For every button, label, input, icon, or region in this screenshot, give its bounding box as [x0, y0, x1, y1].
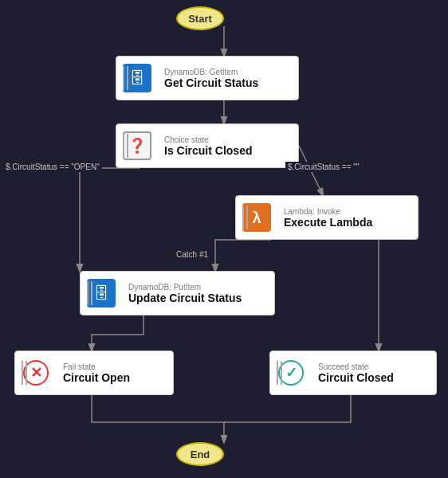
start-label: Start	[188, 13, 212, 25]
choice-text: Choice state Is Circuit Closed	[158, 124, 298, 167]
lambda-parallel-bar	[236, 196, 253, 239]
dynamo-put-text: DynamoDB: PutItem Update Circuit Status	[122, 272, 274, 315]
succeed-parallel-bar	[270, 351, 288, 394]
succeed-text: Succeed state Circuit Closed	[312, 351, 436, 394]
fail-text: Fail state Circuit Open	[57, 351, 173, 394]
dynamo-get-box: 🗄 DynamoDB: GetItem Get Circuit Status	[116, 56, 299, 100]
start-node: Start	[176, 6, 224, 30]
parallel-bar	[116, 57, 134, 100]
dynamo-get-text: DynamoDB: GetItem Get Circuit Status	[158, 57, 298, 100]
succeed-type: Succeed state	[318, 362, 430, 371]
choice-box: ❓ Choice state Is Circuit Closed	[116, 123, 299, 168]
dynamo-put-type: DynamoDB: PutItem	[128, 283, 268, 292]
choice-type: Choice state	[164, 135, 292, 144]
dynamo-put-name: Update Circuit Status	[128, 292, 268, 304]
open-condition-label: $.CircuitStatus == "OPEN"	[3, 162, 102, 172]
dynamo-get-name: Get Circuit Status	[164, 76, 292, 89]
lambda-box: λ Lambda: Invoke Execute Lambda	[235, 195, 419, 240]
choice-parallel-bar	[116, 124, 134, 167]
lambda-name: Execute Lambda	[284, 216, 411, 229]
succeed-box: ✓ Succeed state Circuit Closed	[269, 351, 437, 395]
dynamo-put-parallel-bar	[81, 272, 98, 315]
diagram-container: Start 🗄 DynamoDB: GetItem Get Circuit St…	[0, 0, 448, 478]
succeed-name: Circuit Closed	[318, 371, 430, 384]
fail-box: ✕ Fail state Circuit Open	[14, 351, 174, 395]
lambda-text: Lambda: Invoke Execute Lambda	[277, 196, 418, 239]
fail-name: Circuit Open	[63, 371, 167, 384]
closed-condition-label: $.CircuitStatus == ""	[285, 162, 361, 172]
end-label: End	[191, 449, 210, 460]
fail-type: Fail state	[63, 362, 167, 371]
end-node: End	[176, 442, 224, 466]
choice-name: Is Circuit Closed	[164, 144, 292, 157]
dynamo-put-box: 🗄 DynamoDB: PutItem Update Circuit Statu…	[80, 271, 275, 315]
fail-parallel-bar	[15, 351, 33, 394]
catch-label: Catch #1	[174, 249, 210, 260]
lambda-type: Lambda: Invoke	[284, 207, 411, 216]
dynamo-get-type: DynamoDB: GetItem	[164, 68, 292, 76]
